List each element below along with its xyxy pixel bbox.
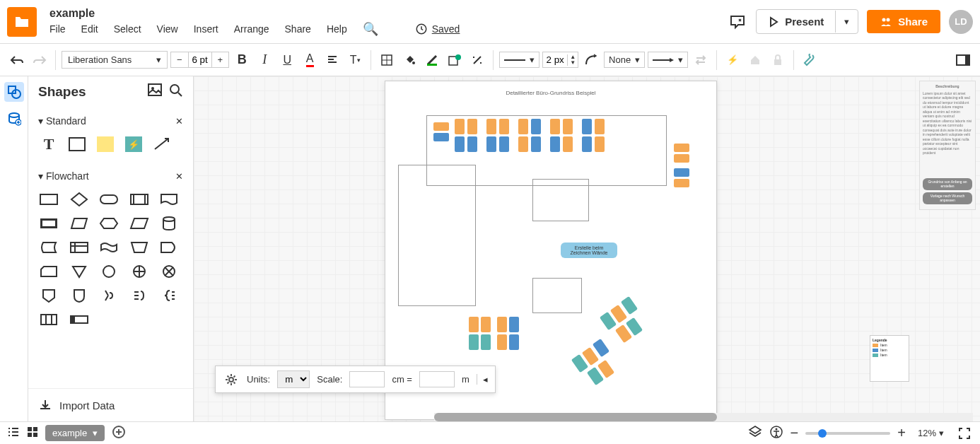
shape-card[interactable] [38, 262, 59, 281]
align-button[interactable] [322, 50, 342, 70]
underline-button[interactable]: U [277, 50, 297, 70]
shape-or[interactable] [158, 262, 180, 281]
close-icon[interactable]: ✕ [175, 171, 183, 182]
bolt-icon[interactable]: ⚡ [723, 50, 742, 70]
layers-icon[interactable] [748, 425, 762, 441]
shape-offpage[interactable] [38, 286, 59, 305]
shape-shield[interactable] [69, 286, 90, 305]
accessibility-icon[interactable] [769, 425, 783, 441]
home-icon[interactable] [745, 50, 765, 70]
lock-icon[interactable] [768, 50, 788, 70]
present-dropdown[interactable]: ▾ [835, 11, 858, 33]
zoom-slider[interactable] [805, 432, 890, 435]
shape-connector[interactable] [98, 262, 119, 281]
menu-arrange[interactable]: Arrange [234, 23, 269, 35]
wrench-icon[interactable] [800, 50, 819, 70]
shape-merge[interactable] [69, 262, 90, 281]
add-page-button[interactable] [112, 425, 126, 441]
shape-database[interactable] [158, 214, 180, 233]
shape-display[interactable] [38, 214, 59, 233]
fullscreen-icon[interactable] [956, 425, 973, 442]
document-title[interactable]: example [49, 7, 728, 20]
shape-sum[interactable] [129, 262, 150, 281]
shape-swimlane[interactable] [69, 310, 90, 329]
font-size-input[interactable] [188, 52, 212, 67]
menu-edit[interactable]: Edit [81, 23, 98, 35]
comment-icon[interactable] [728, 13, 747, 30]
line-style-select[interactable]: ▾ [499, 52, 539, 68]
caret-down-icon[interactable]: ▾ [38, 115, 43, 127]
shape-arrow[interactable] [151, 135, 173, 153]
undo-button[interactable] [7, 50, 27, 70]
shape-hexagon[interactable] [98, 214, 119, 233]
shape-parallelogram[interactable] [129, 214, 150, 233]
shape-options-button[interactable] [445, 50, 465, 70]
shape-terminator[interactable] [98, 190, 119, 209]
zoom-in-button[interactable]: + [897, 425, 906, 441]
list-view-icon[interactable] [7, 426, 20, 440]
magic-button[interactable] [467, 50, 487, 70]
panel-toggle-icon[interactable] [953, 50, 973, 70]
search-icon[interactable] [169, 83, 183, 100]
font-family-select[interactable]: Liberation Sans ▾ [62, 51, 168, 69]
binoculars-icon[interactable]: 🔍 [363, 21, 378, 37]
stroke-width-input[interactable] [543, 52, 567, 67]
fill-button[interactable] [377, 50, 397, 70]
bold-button[interactable]: B [232, 50, 252, 70]
import-data-button[interactable]: Import Data [28, 388, 193, 421]
canvas-callout[interactable]: Erstelle beim Zeichnen Wände [561, 243, 617, 258]
menu-insert[interactable]: Insert [194, 23, 218, 35]
shape-predefined[interactable] [129, 190, 150, 209]
shape-tape[interactable] [98, 238, 119, 257]
line-curve-button[interactable] [581, 50, 601, 70]
close-icon[interactable]: ✕ [175, 116, 183, 127]
zoom-percent[interactable]: 12% ▾ [913, 426, 949, 440]
side-button-2[interactable]: Vorlage nach Wunsch anpassen [923, 192, 972, 204]
user-avatar[interactable]: LD [949, 10, 973, 34]
side-button-1[interactable]: Grundriss von Anfang an erstellen [923, 178, 972, 190]
menu-select[interactable]: Select [114, 23, 141, 35]
shape-document[interactable] [158, 190, 180, 209]
shape-storage[interactable] [38, 238, 59, 257]
shape-brace[interactable] [158, 286, 180, 305]
horizontal-scrollbar[interactable] [434, 413, 973, 421]
grid-view-icon[interactable] [27, 426, 38, 440]
shape-internal[interactable] [69, 238, 90, 257]
present-button[interactable]: Present [757, 10, 835, 33]
shape-decision[interactable] [69, 190, 90, 209]
zoom-out-button[interactable]: − [791, 425, 799, 441]
shape-collate[interactable] [98, 286, 119, 305]
share-button[interactable]: Share [867, 10, 940, 33]
font-size-increase[interactable]: + [212, 52, 229, 67]
font-size-decrease[interactable]: − [171, 52, 188, 67]
page-tab[interactable]: example ▾ [45, 425, 105, 441]
text-color-button[interactable]: A [300, 50, 320, 70]
data-rail-icon[interactable] [4, 109, 24, 129]
menu-view[interactable]: View [157, 23, 178, 35]
caret-down-icon[interactable]: ▾ [38, 170, 43, 182]
shape-delay[interactable] [158, 238, 180, 257]
shape-table[interactable] [38, 310, 59, 329]
canvas-area[interactable]: Detaillierter Büro-Grundriss Beispiel [194, 76, 980, 421]
stroke-stepper[interactable]: ▲▼ [567, 54, 578, 66]
units-select[interactable]: m [277, 370, 310, 388]
shape-manual[interactable] [129, 238, 150, 257]
shape-action[interactable]: ⚡ [123, 135, 144, 153]
swap-button[interactable] [691, 50, 711, 70]
paint-bucket-button[interactable] [399, 50, 419, 70]
menu-file[interactable]: File [49, 23, 66, 35]
image-icon[interactable] [148, 83, 162, 100]
scale-input-2[interactable] [419, 371, 455, 387]
italic-button[interactable]: I [255, 50, 274, 70]
arrow-start-select[interactable]: None ▾ [604, 52, 645, 68]
menu-help[interactable]: Help [327, 23, 347, 35]
shape-process[interactable] [38, 190, 59, 209]
shape-sort[interactable] [129, 286, 150, 305]
redo-button[interactable] [30, 50, 49, 70]
collapse-icon[interactable]: ◂ [477, 374, 488, 385]
scale-input-1[interactable] [349, 371, 385, 387]
shapes-rail-icon[interactable] [4, 82, 24, 102]
menu-share[interactable]: Share [285, 23, 311, 35]
shape-data[interactable] [69, 214, 90, 233]
shape-rectangle[interactable] [66, 135, 88, 153]
